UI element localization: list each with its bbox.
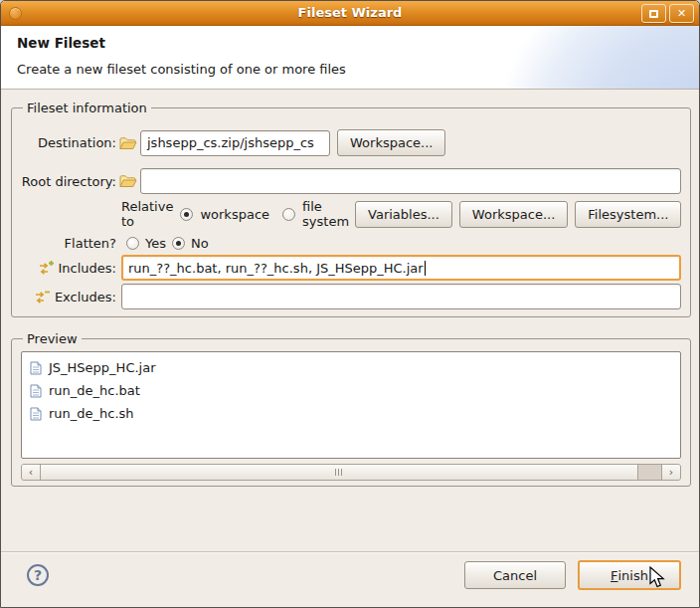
- destination-workspace-button[interactable]: Workspace...: [337, 129, 445, 156]
- page-title: New Fileset: [17, 35, 105, 51]
- root-directory-label: Root directory:: [21, 174, 116, 189]
- includes-label: Includes:: [59, 261, 116, 276]
- list-item[interactable]: run_de_hc.bat: [22, 379, 680, 402]
- radio-flatten-yes[interactable]: [126, 237, 139, 250]
- cancel-button[interactable]: Cancel: [464, 561, 566, 589]
- text-caret: [425, 261, 426, 276]
- fileset-wizard-dialog: Fileset Wizard ✕ New Fileset Create a ne…: [0, 0, 700, 608]
- relative-to-label: Relative to: [121, 199, 173, 229]
- radio-workspace-label[interactable]: workspace: [200, 207, 269, 222]
- close-icon: ✕: [677, 7, 686, 20]
- excludes-label: Excludes:: [55, 290, 116, 304]
- banner-gradient-art: [450, 26, 699, 90]
- help-button[interactable]: ?: [27, 564, 49, 586]
- includes-input[interactable]: run_??_hc.bat, run_??_hc.sh, JS_HSepp_HC…: [121, 255, 681, 281]
- radio-flatten-yes-label[interactable]: Yes: [145, 236, 166, 251]
- preview-group: Preview JS_HSepp_HC.jar run_de_hc.bat ru…: [11, 331, 691, 487]
- maximize-button[interactable]: [641, 4, 666, 23]
- includes-filter-icon: [39, 260, 55, 276]
- window-title: Fileset Wizard: [1, 1, 699, 26]
- chevron-right-icon: ›: [669, 466, 673, 479]
- text-file-icon: [30, 384, 42, 398]
- workspace-button[interactable]: Workspace...: [459, 201, 568, 228]
- destination-label: Destination:: [21, 135, 116, 150]
- scrollbar-thumb[interactable]: [41, 465, 638, 480]
- finish-button[interactable]: Finish: [578, 560, 681, 590]
- radio-workspace[interactable]: [180, 208, 193, 221]
- maximize-icon: [649, 10, 658, 18]
- scroll-right-button[interactable]: ›: [661, 465, 680, 480]
- excludes-input[interactable]: [121, 284, 681, 309]
- fileset-information-group: Fileset information Destination: jshsepp…: [11, 101, 691, 317]
- footer-separator: [1, 551, 699, 552]
- close-button[interactable]: ✕: [669, 4, 694, 23]
- radio-flatten-no[interactable]: [172, 237, 185, 250]
- radio-file-system[interactable]: [282, 208, 295, 221]
- preview-file-list[interactable]: JS_HSepp_HC.jar run_de_hc.bat run_de_hc.…: [21, 351, 681, 459]
- page-description: Create a new fileset consisting of one o…: [17, 62, 346, 77]
- title-bar[interactable]: Fileset Wizard ✕: [1, 1, 699, 26]
- chevron-left-icon: ‹: [29, 466, 33, 479]
- excludes-filter-icon: [35, 289, 51, 304]
- scrollbar-track[interactable]: [638, 465, 661, 480]
- list-item[interactable]: run_de_hc.sh: [22, 402, 680, 425]
- text-file-icon: [30, 407, 42, 421]
- destination-input[interactable]: jshsepp_cs.zip/jshsepp_cs: [140, 130, 330, 156]
- folder-open-icon: [116, 136, 140, 150]
- preview-legend: Preview: [23, 331, 82, 346]
- folder-open-icon: [116, 174, 140, 188]
- radio-file-system-label[interactable]: file system: [302, 199, 349, 229]
- root-directory-input[interactable]: [140, 168, 681, 194]
- text-file-icon: [30, 361, 42, 375]
- flatten-label: Flatten?: [21, 236, 116, 251]
- help-icon: ?: [34, 567, 42, 583]
- fileset-information-legend: Fileset information: [23, 101, 151, 115]
- radio-flatten-no-label[interactable]: No: [191, 236, 209, 251]
- horizontal-scrollbar[interactable]: ‹ ›: [21, 464, 681, 481]
- variables-button[interactable]: Variables...: [355, 201, 452, 228]
- filesystem-button[interactable]: Filesystem...: [575, 201, 681, 228]
- wizard-banner: New Fileset Create a new fileset consist…: [1, 26, 699, 90]
- scroll-left-button[interactable]: ‹: [22, 465, 41, 480]
- list-item[interactable]: JS_HSepp_HC.jar: [22, 356, 680, 379]
